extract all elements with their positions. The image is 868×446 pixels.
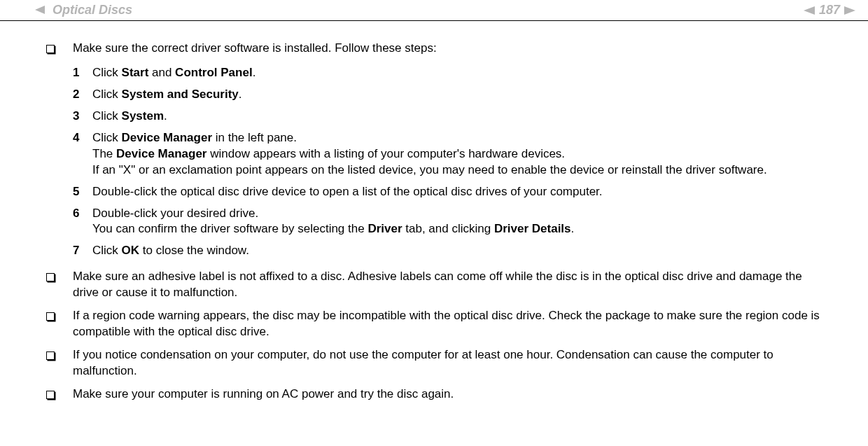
step-item: 1 Click Start and Control Panel. [73,65,826,81]
text: to close the window. [139,244,249,257]
bullet-icon [42,269,73,286]
breadcrumb: Optical Discs [35,3,132,18]
step-text: Click System. [92,109,826,125]
bold-text: OK [122,244,140,257]
step-item: 5 Double-click the optical disc drive de… [73,184,826,200]
list-item-text: Make sure your computer is running on AC… [73,386,826,403]
page-number-nav: 187 [804,3,855,18]
steps-list: 1 Click Start and Control Panel. 2 Click… [73,65,826,259]
bullet-icon [42,386,73,404]
step-item: 7 Click OK to close the window. [73,243,826,259]
text: Double-click your desired drive. [92,207,258,220]
step-text: Click System and Security. [92,87,826,103]
step-number: 6 [73,206,92,222]
breadcrumb-arrow-icon [35,3,45,18]
text: and [148,66,175,79]
step-item: 3 Click System. [73,109,826,125]
bold-text: System and Security [122,88,239,101]
page-number: 187 [819,3,840,18]
step-text: Double-click the optical disc drive devi… [92,184,826,200]
text: Click [92,88,122,101]
list-item-text: Make sure an adhesive label is not affix… [73,269,826,301]
step-number: 3 [73,109,92,125]
bullet-icon [42,347,73,365]
step-item: 2 Click System and Security. [73,87,826,103]
bold-text: Start [122,66,149,79]
svg-marker-0 [35,6,45,14]
step-item: 6 Double-click your desired drive. You c… [73,206,826,238]
bold-text: Device Manager [116,147,206,160]
text: window appears with a listing of your co… [206,147,565,160]
step-text: Double-click your desired drive. You can… [92,206,826,238]
next-page-icon[interactable] [844,6,855,15]
text: in the left pane. [212,131,297,144]
list-item: Make sure the correct driver software is… [42,41,826,58]
bold-text: System [122,109,164,123]
page-header: Optical Discs 187 [0,0,868,21]
breadcrumb-text: Optical Discs [52,3,132,17]
text: Click [92,131,122,144]
text: Click [92,109,122,123]
svg-marker-1 [804,6,815,15]
text: The [92,147,116,160]
step-number: 7 [73,243,92,259]
step-number: 2 [73,87,92,103]
list-item: Make sure your computer is running on AC… [42,386,826,404]
step-item: 4 Click Device Manager in the left pane.… [73,130,826,179]
step-text: Click OK to close the window. [92,243,826,259]
bold-text: Driver Details [494,222,571,235]
list-item-text: If a region code warning appears, the di… [73,308,826,340]
step-number: 4 [73,130,92,146]
text: . [571,222,575,235]
text: . [239,88,242,101]
text: You can confirm the driver software by s… [92,222,368,235]
list-item-text: Make sure the correct driver software is… [73,41,826,57]
svg-marker-2 [844,6,855,15]
text: Click [92,66,122,79]
list-item-text: If you notice condensation on your compu… [73,347,826,379]
page-content: Make sure the correct driver software is… [0,21,868,404]
text: Click [92,244,122,257]
list-item: If you notice condensation on your compu… [42,347,826,379]
step-number: 1 [73,65,92,81]
prev-page-icon[interactable] [804,6,815,15]
step-text: Click Start and Control Panel. [92,65,826,81]
list-item: Make sure an adhesive label is not affix… [42,269,826,301]
list-item: If a region code warning appears, the di… [42,308,826,340]
text: . [164,109,167,123]
text: . [253,66,256,79]
text: If an "X" or an exclamation point appear… [92,163,767,176]
bullet-icon [42,308,73,326]
step-text: Click Device Manager in the left pane. T… [92,130,826,179]
step-number: 5 [73,184,92,200]
bullet-icon [42,41,73,58]
bold-text: Control Panel [175,66,253,79]
bold-text: Driver [368,222,402,235]
text: tab, and clicking [402,222,494,235]
bold-text: Device Manager [122,131,212,144]
